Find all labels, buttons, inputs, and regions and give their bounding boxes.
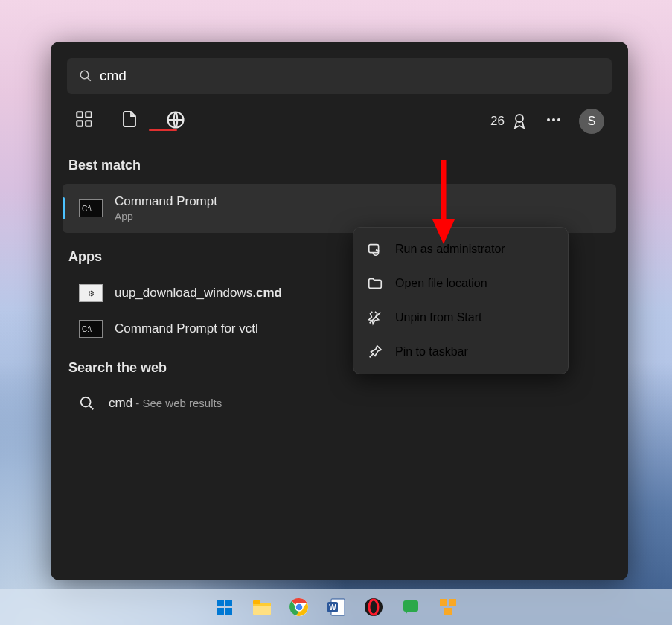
svg-rect-13: [369, 245, 379, 253]
more-options-icon[interactable]: [545, 111, 563, 132]
svg-rect-22: [253, 600, 260, 604]
svg-rect-18: [225, 600, 232, 606]
svg-rect-5: [86, 121, 92, 126]
svg-point-30: [365, 598, 383, 616]
best-match-subtitle: App: [115, 211, 217, 222]
svg-point-11: [81, 397, 91, 407]
context-unpin-start[interactable]: Unpin from Start: [358, 301, 563, 335]
svg-rect-3: [86, 112, 92, 118]
context-item-label: Unpin from Start: [395, 311, 481, 324]
svg-rect-35: [444, 608, 452, 615]
taskbar: W: [0, 589, 672, 625]
svg-rect-34: [449, 599, 456, 606]
context-item-label: Open file location: [395, 277, 487, 290]
svg-rect-32: [403, 600, 418, 612]
unpin-icon: [367, 310, 383, 326]
command-prompt-icon: C:\: [79, 320, 103, 338]
search-bar[interactable]: [67, 58, 612, 94]
svg-point-8: [547, 118, 550, 121]
folder-icon: [367, 275, 383, 292]
avatar-letter: S: [588, 115, 596, 128]
svg-rect-2: [77, 112, 83, 118]
rewards-points[interactable]: 26: [490, 112, 528, 130]
svg-point-10: [557, 118, 560, 121]
apps-result-2-label: Command Prompt for vctl: [115, 321, 258, 336]
chrome-icon[interactable]: [284, 592, 314, 622]
apps-result-1-label: uup_download_windows.cmd: [115, 286, 282, 301]
start-button[interactable]: [210, 592, 240, 622]
best-match-header: Best match: [63, 144, 616, 184]
svg-rect-23: [253, 606, 271, 615]
search-input[interactable]: [100, 68, 600, 84]
shield-admin-icon: [367, 241, 383, 257]
context-menu: Run as administrator Open file location …: [353, 227, 569, 374]
svg-point-0: [80, 71, 89, 79]
svg-line-12: [89, 406, 94, 410]
apps-filter-icon[interactable]: [74, 109, 94, 133]
documents-filter-icon[interactable]: [121, 109, 138, 133]
rewards-icon: [511, 112, 528, 130]
word-icon[interactable]: W: [321, 592, 351, 622]
svg-rect-20: [225, 608, 232, 615]
chat-icon[interactable]: [396, 592, 426, 622]
web-result-label: cmd - See web results: [109, 396, 222, 411]
search-icon: [79, 395, 95, 411]
opera-icon[interactable]: [359, 592, 388, 622]
context-item-label: Pin to taskbar: [395, 345, 468, 359]
svg-rect-33: [440, 599, 447, 606]
svg-rect-17: [217, 600, 224, 606]
vmware-icon[interactable]: [433, 592, 463, 622]
context-item-label: Run as administrator: [395, 243, 505, 256]
context-run-as-admin[interactable]: Run as administrator: [358, 232, 563, 266]
context-pin-taskbar[interactable]: Pin to taskbar: [358, 335, 563, 369]
svg-text:W: W: [329, 603, 336, 612]
svg-point-7: [516, 115, 523, 122]
search-toolbar: 26 S: [63, 103, 616, 144]
best-match-title: Command Prompt: [115, 194, 217, 209]
search-icon: [79, 69, 92, 83]
context-open-location[interactable]: Open file location: [358, 266, 563, 301]
svg-rect-4: [77, 121, 83, 126]
best-match-result[interactable]: C:\ Command Prompt App: [63, 184, 616, 233]
command-prompt-icon: C:\: [79, 199, 103, 217]
rewards-points-value: 26: [490, 114, 505, 129]
pin-icon: [367, 344, 383, 360]
user-avatar[interactable]: S: [579, 109, 604, 134]
svg-rect-19: [217, 608, 224, 615]
batch-file-icon: ⚙: [79, 284, 103, 302]
svg-line-1: [87, 77, 91, 81]
web-result[interactable]: cmd - See web results: [63, 386, 616, 420]
file-explorer-icon[interactable]: [247, 592, 277, 622]
spellcheck-underline: [149, 129, 177, 131]
svg-point-9: [552, 118, 555, 121]
